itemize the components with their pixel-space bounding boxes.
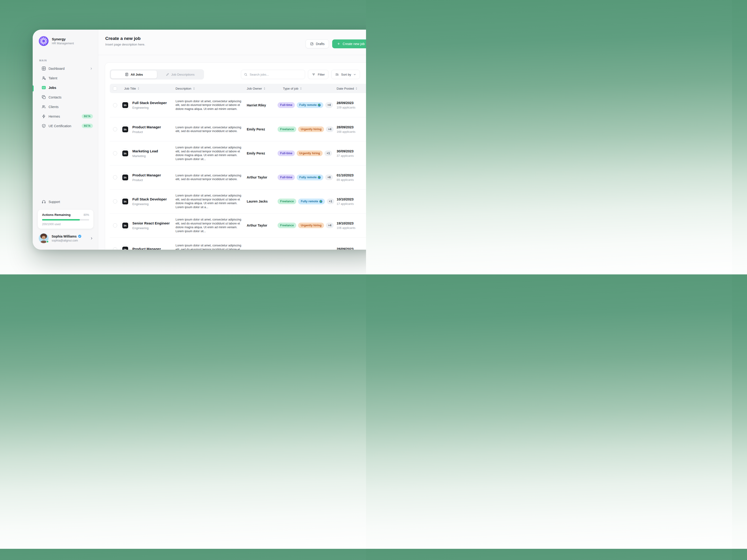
column-header-type-of-job[interactable]: Type of job — [278, 87, 337, 90]
applicants-count: 37 applicants — [337, 154, 366, 158]
sidebar-item-label: Jobs — [49, 86, 56, 89]
job-type-tag: Freelance — [278, 222, 296, 229]
job-type-tag: Urgently hiring — [298, 127, 324, 132]
create-new-job-button[interactable]: + Create new job — [332, 39, 366, 48]
linkedin-icon: in — [121, 125, 130, 134]
table-row[interactable]: in Product Manager Lorem ipsum dolor sit… — [110, 237, 366, 250]
table-row[interactable]: in Full Stack Developer Engineering Lore… — [110, 93, 366, 117]
sidebar-item-ue-certification[interactable]: UE Certification BETA — [33, 121, 98, 131]
sidebar-item-jobs[interactable]: Jobs — [33, 83, 98, 92]
search-icon — [244, 73, 248, 77]
sort-by-button[interactable]: Sort by — [331, 70, 360, 79]
search-input[interactable] — [250, 73, 302, 76]
more-tags-count: +6 — [325, 175, 333, 180]
applicants-count: 168 applicants — [337, 130, 366, 133]
row-select-radio[interactable] — [113, 151, 117, 155]
job-department: Engineering — [132, 226, 176, 230]
linkedin-icon: in — [121, 245, 130, 250]
row-select-radio[interactable] — [113, 199, 117, 204]
job-title: Marketing Lead — [132, 149, 176, 153]
avatar — [39, 233, 49, 243]
applicants-count: 17 applicants — [337, 202, 366, 206]
beta-badge: BETA — [82, 124, 93, 128]
job-title: Product Manager — [132, 173, 176, 177]
dashboard-grid-icon — [42, 66, 46, 71]
table-row[interactable]: in Product Manager Product Lorem ipsum d… — [110, 117, 366, 141]
jobs-card: All Jobs Job Descriptions Filter — [105, 62, 366, 250]
page-header: Create a new job Insert page description… — [98, 30, 366, 55]
date-posted: 28/09/2023 — [337, 101, 366, 105]
sidebar-item-talent[interactable]: Talent — [33, 73, 98, 83]
sort-arrows-icon — [356, 87, 357, 90]
sort-arrows-icon — [300, 87, 302, 90]
table-row[interactable]: in Product Manager Product Lorem ipsum d… — [110, 165, 366, 189]
profile-email: sophia@alignui.com — [52, 239, 81, 242]
nav-section-label: MAIN — [39, 59, 98, 62]
tab-all-jobs[interactable]: All Jobs — [111, 70, 157, 79]
job-department: Marketing — [132, 154, 176, 158]
compose-icon — [310, 42, 314, 46]
usage-title: Actions Remaining — [42, 213, 71, 216]
jobs-table-body: in Full Stack Developer Engineering Lore… — [110, 93, 366, 250]
job-department: Engineering — [132, 106, 176, 109]
date-posted: 10/10/2023 — [337, 197, 366, 201]
job-description: Lorem ipsum dolor sit amet, consectetur … — [176, 244, 242, 250]
usage-percent: 80% — [83, 213, 89, 216]
sidebar-item-contacts[interactable]: Contacts — [33, 92, 98, 102]
drafts-button[interactable]: Drafts — [306, 39, 329, 48]
table-row[interactable]: in Marketing Lead Marketing Lorem ipsum … — [110, 141, 366, 165]
job-description: Lorem ipsum dolor sit amet, consectetur … — [176, 218, 242, 233]
sidebar-bottom: Support Actions Remaining 80% 200/1000 u… — [33, 197, 98, 250]
lightning-icon — [42, 114, 46, 118]
job-title: Senior React Engineer — [132, 221, 176, 225]
more-tags-count: +1 — [325, 151, 332, 156]
sidebar-item-label: Contacts — [49, 96, 61, 99]
column-header-description[interactable]: Description — [176, 87, 247, 90]
job-department: Engineering — [132, 202, 176, 206]
job-type-tag: Freelance — [278, 127, 296, 132]
job-type-tag: Full-time — [278, 102, 295, 108]
more-tags-count: +4 — [325, 102, 333, 108]
column-header-date-posted[interactable]: Date Posted — [337, 87, 366, 90]
select-all-checkbox[interactable] — [113, 86, 117, 90]
job-title: Product Manager — [132, 125, 176, 129]
linkedin-icon: in — [121, 173, 130, 182]
table-row[interactable]: in Senior React Engineer Engineering Lor… — [110, 213, 366, 237]
tab-job-descriptions[interactable]: Job Descriptions — [157, 70, 203, 79]
jobs-tabs: All Jobs Job Descriptions — [110, 69, 204, 80]
table-row[interactable]: in Full Stack Developer Engineering Lore… — [110, 189, 366, 213]
headset-icon — [42, 199, 46, 204]
drafts-button-label: Drafts — [316, 42, 325, 46]
profile-menu[interactable]: Sophia Williams sophia@alignui.com — [39, 233, 93, 243]
row-select-radio[interactable] — [113, 103, 117, 107]
job-type-tag: Fully remote — [298, 198, 325, 205]
sidebar-item-clients[interactable]: Clients — [33, 102, 98, 111]
sidebar-item-hermes[interactable]: Hermes BETA — [33, 111, 98, 121]
column-header-job-owner[interactable]: Job Owner — [247, 87, 278, 90]
filter-button[interactable]: Filter — [308, 70, 329, 79]
filter-lines-icon — [312, 73, 316, 77]
job-department: Product — [132, 130, 176, 134]
column-header-job-title[interactable]: Job Title — [121, 87, 176, 90]
row-select-radio[interactable] — [113, 247, 117, 250]
sidebar-item-dashboard[interactable]: Dashboard — [33, 64, 98, 73]
sidebar-item-label: Hermes — [49, 114, 60, 118]
applicants-count: 106 applicants — [337, 226, 366, 230]
job-description: Lorem ipsum dolor sit amet, consectetur … — [176, 174, 242, 181]
globe-icon — [319, 200, 323, 203]
more-tags-count: +4 — [326, 222, 333, 229]
linkedin-icon: in — [121, 149, 130, 158]
job-type-tag: Fully remote — [297, 175, 323, 180]
row-select-radio[interactable] — [113, 175, 117, 180]
tab-label: All Jobs — [131, 73, 143, 76]
jobs-toolbar: All Jobs Job Descriptions Filter — [110, 69, 360, 80]
app-tagline: HR Management — [52, 42, 74, 45]
row-select-radio[interactable] — [113, 223, 117, 228]
type-tags: FreelanceFully remote+1 — [278, 198, 337, 205]
tab-label: Job Descriptions — [171, 73, 195, 76]
sidebar-item-support[interactable]: Support — [33, 197, 98, 207]
usage-card: Actions Remaining 80% 200/1000 used — [38, 210, 93, 229]
workspace-switcher[interactable]: Synergy HR Management — [39, 36, 93, 46]
row-select-radio[interactable] — [113, 127, 117, 131]
filter-button-label: Filter — [318, 73, 325, 76]
